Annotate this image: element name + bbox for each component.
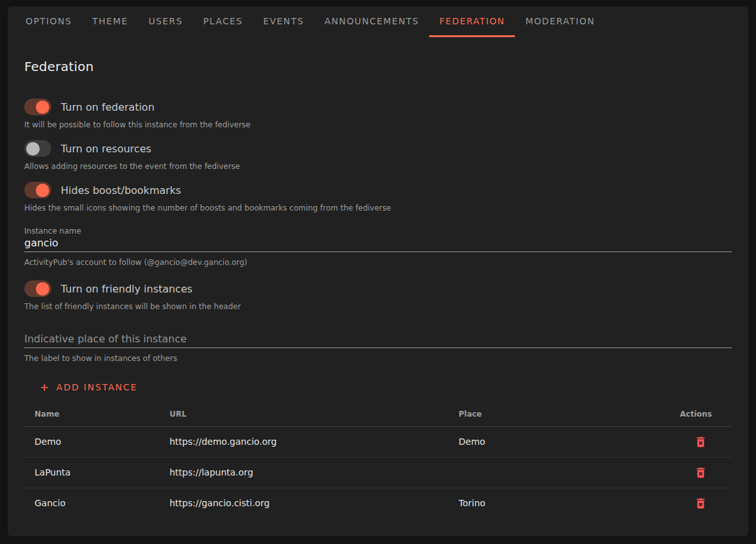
toggle-hint: The list of friendly instances will be s… [24,301,732,312]
tab-options[interactable]: OPTIONS [15,6,82,37]
friendly-instances-table: Name URL Place Actions Demo https://demo… [24,402,732,518]
cell-name: Demo [24,426,159,457]
delete-instance-button[interactable] [692,433,710,451]
delete-forever-icon [694,466,707,479]
tab-label: FEDERATION [439,16,505,26]
cell-name: Gancio [24,488,159,518]
column-header-url: URL [159,402,448,426]
tab-federation[interactable]: FEDERATION [429,6,515,37]
tab-label: PLACES [203,16,243,26]
toggle-hint: Allows adding resources to the event fro… [24,161,732,172]
toggle-hint: It will be possible to follow this insta… [24,120,732,130]
tab-places[interactable]: PLACES [193,6,253,37]
table-row: LaPunta https://lapunta.org [24,457,732,488]
cell-actions [670,457,732,488]
instance-place-input[interactable] [24,332,732,348]
delete-instance-button[interactable] [692,463,710,481]
cell-place [448,457,670,488]
cell-name: LaPunta [24,457,159,488]
toggle-thumb [36,282,49,296]
toggle-thumb [26,142,40,156]
friendly-toggle-row: Turn on friendly instances [24,280,732,297]
resources-toggle-row: Turn on resources [24,140,732,157]
instance-name-field: Instance name ActivityPub's account to f… [24,226,732,268]
tab-label: THEME [92,16,128,26]
instance-place-field: The label to show in instances of others [24,332,732,364]
plus-icon [38,381,51,394]
instance-name-hint: ActivityPub's account to follow (@gancio… [24,257,732,268]
table-row: Demo https://demo.gancio.org Demo [24,426,732,457]
tab-announcements[interactable]: ANNOUNCEMENTS [314,6,429,37]
toggle-label: Turn on friendly instances [61,283,193,295]
delete-forever-icon [694,435,707,449]
boost-toggle-row: Hides boost/bookmarks [24,182,732,198]
instance-place-hint: The label to show in instances of others [24,353,732,364]
column-header-name: Name [24,402,159,426]
admin-tab-bar: OPTIONS THEME USERS PLACES EVENTS ANNOUN… [8,6,748,37]
instance-name-input[interactable] [24,236,732,252]
tab-label: EVENTS [264,16,304,26]
table-row: Gancio https://gancio.cisti.org Torino [24,488,732,518]
federation-toggle[interactable] [24,99,51,115]
add-instance-button[interactable]: ADD INSTANCE [33,378,143,397]
add-instance-label: ADD INSTANCE [56,382,138,392]
federation-toggle-row: Turn on federation [24,99,732,115]
toggle-thumb [36,100,49,114]
delete-forever-icon [694,497,707,510]
instance-name-label: Instance name [24,226,732,236]
toggle-label: Turn on federation [61,101,155,113]
cell-place: Demo [448,426,670,457]
federation-settings: Federation Turn on federation It will be… [8,59,748,536]
tab-label: ANNOUNCEMENTS [324,16,419,26]
page-title: Federation [24,59,732,74]
admin-settings-card: OPTIONS THEME USERS PLACES EVENTS ANNOUN… [8,6,748,536]
cell-place: Torino [448,488,670,518]
tab-moderation[interactable]: MODERATION [515,6,605,37]
tab-users[interactable]: USERS [138,6,193,37]
tab-label: USERS [148,16,183,26]
friendly-instances-toggle[interactable] [24,280,51,297]
resources-toggle[interactable] [24,140,51,157]
toggle-thumb [36,184,49,197]
cell-actions [670,426,732,457]
toggle-label: Hides boost/bookmarks [61,184,181,196]
hide-boost-toggle[interactable] [24,182,51,198]
tab-label: MODERATION [525,16,595,26]
toggle-hint: Hides the small icons showing the number… [24,203,732,213]
cell-url: https://lapunta.org [159,457,448,488]
tab-label: OPTIONS [26,16,72,26]
cell-url: https://demo.gancio.org [159,426,448,457]
cell-actions [670,488,732,518]
cell-url: https://gancio.cisti.org [159,488,448,518]
toggle-label: Turn on resources [61,143,152,155]
delete-instance-button[interactable] [692,494,710,512]
tab-events[interactable]: EVENTS [253,6,315,37]
column-header-actions: Actions [670,402,732,426]
table-header-row: Name URL Place Actions [24,402,732,426]
column-header-place: Place [448,402,670,426]
tab-theme[interactable]: THEME [82,6,138,37]
